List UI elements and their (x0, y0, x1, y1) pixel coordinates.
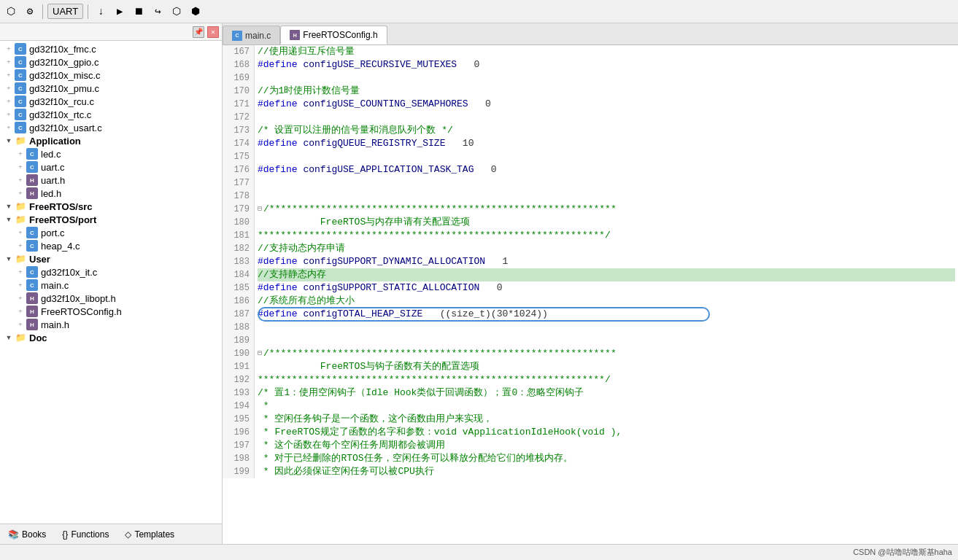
toolbar-icon-step[interactable]: ↪ (150, 4, 166, 20)
toolbar-icon-settings[interactable]: ⚙ (22, 4, 38, 20)
toolbar-icon-download[interactable]: ↓ (93, 4, 109, 20)
collapse-icon[interactable]: ⊟ (258, 347, 262, 360)
tab-books[interactable]: 📚 Books (3, 527, 51, 542)
file-icon: C (26, 227, 38, 238)
code-line-181: ****************************************… (258, 229, 955, 242)
line-num-171: 171 (227, 98, 250, 111)
code-line-190: ⊟/**************************************… (258, 347, 955, 360)
line-num-190: 190 (227, 347, 250, 360)
code-text: #define configSUPPORT_DYNAMIC_ALLOCATION… (258, 255, 508, 268)
expand-icon: + (15, 187, 26, 199)
tree-item-gd32f10x_usart-c[interactable]: +Cgd32f10x_usart.c (0, 121, 222, 134)
code-text: //系统所有总的堆大小 (258, 295, 355, 308)
file-label: Doc (29, 332, 47, 343)
toolbar-icon-debug[interactable]: ⬡ (169, 4, 185, 20)
panel-close-button[interactable]: ✕ (207, 26, 219, 38)
code-text: /***************************************… (263, 203, 617, 216)
line-num-197: 197 (227, 439, 250, 452)
tree-item-FreeRTOSConfig-h[interactable]: +HFreeRTOSConfig.h (0, 305, 222, 318)
tab-freertos-config-icon: H (290, 30, 300, 40)
tree-item-gd32f10x_pmu-c[interactable]: +Cgd32f10x_pmu.c (0, 82, 222, 95)
code-text: //使用递归互斥信号量 (258, 45, 355, 58)
file-icon: H (26, 187, 38, 199)
code-line-198: * 对于已经删除的RTOS任务，空闲任务可以释放分配给它们的堆栈内存。 (258, 452, 955, 465)
expand-icon: ▼ (3, 201, 15, 212)
file-label: led.c (41, 149, 61, 160)
code-line-177 (258, 176, 955, 190)
tab-freertos-config-label: FreeRTOSConfig.h (303, 30, 377, 40)
code-line-183: #define configSUPPORT_DYNAMIC_ALLOCATION… (258, 255, 955, 268)
line-num-168: 168 (227, 58, 250, 71)
file-icon: H (26, 306, 38, 317)
tree-item-main-h[interactable]: +Hmain.h (0, 318, 222, 331)
code-text: * 因此必须保证空闲任务可以被CPU执行 (258, 465, 434, 478)
code-line-187: #define configTOTAL_HEAP_SIZE ((size_t)(… (258, 308, 955, 321)
line-num-198: 198 (227, 452, 250, 465)
code-text: * 对于已经删除的RTOS任务，空闲任务可以释放分配给它们的堆栈内存。 (258, 452, 573, 465)
expand-icon: + (15, 227, 26, 238)
toolbar-icon-run[interactable]: ▶ (112, 4, 128, 20)
tree-item-uart-h[interactable]: +Huart.h (0, 174, 222, 187)
line-num-194: 194 (227, 400, 250, 413)
code-line-173: /* 设置可以注册的信号量和消息队列个数 */ (258, 124, 955, 137)
toolbar-icon-stop[interactable]: ⏹ (131, 4, 147, 20)
file-icon: H (26, 319, 38, 330)
tree-item-uart-c[interactable]: +Cuart.c (0, 160, 222, 174)
tree-item-gd32f10x_it-c[interactable]: +Cgd32f10x_it.c (0, 265, 222, 279)
macro-value: 0 (468, 98, 491, 109)
code-line-174: #define configQUEUE_REGISTRY_SIZE 10 (258, 137, 955, 150)
code-text: #define configQUEUE_REGISTRY_SIZE 10 (258, 137, 474, 150)
macro-name: configSUPPORT_STATIC_ALLOCATION (303, 282, 479, 293)
tree-item-heap_4-c[interactable]: +Cheap_4.c (0, 239, 222, 252)
expand-icon: + (3, 69, 15, 81)
tree-item-port-c[interactable]: +Cport.c (0, 226, 222, 239)
tree-item-main-c[interactable]: +Cmain.c (0, 279, 222, 292)
toolbar-icon-build[interactable]: ⬡ (3, 4, 19, 20)
tree-item-FreeRTOS/src[interactable]: ▼📁FreeRTOS/src (0, 200, 222, 213)
expand-icon: ▼ (3, 214, 15, 225)
file-icon: H (26, 174, 38, 186)
tree-item-led-h[interactable]: +Hled.h (0, 187, 222, 200)
code-line-191: FreeRTOS与钩子函数有关的配置选项 (258, 360, 955, 373)
left-panel-header: 📌 ✕ (0, 23, 222, 41)
tree-item-gd32f10x_gpio-c[interactable]: +Cgd32f10x_gpio.c (0, 55, 222, 69)
code-scroll[interactable]: 1671681691701711721731741751761771781791… (223, 45, 958, 544)
toolbar-icon-flash[interactable]: ⬢ (188, 4, 204, 20)
books-icon: 📚 (8, 529, 19, 540)
macro-value: 0 (479, 282, 502, 293)
collapse-icon[interactable]: ⊟ (258, 203, 262, 216)
expand-icon: ▼ (3, 332, 15, 343)
line-num-178: 178 (227, 190, 250, 203)
tree-item-gd32f10x_misc-c[interactable]: +Cgd32f10x_misc.c (0, 69, 222, 82)
code-line-199: * 因此必须保证空闲任务可以被CPU执行 (258, 465, 955, 478)
tab-freertos-config[interactable]: H FreeRTOSConfig.h (280, 26, 387, 44)
panel-pin-button[interactable]: 📌 (193, 26, 204, 38)
tree-item-Doc[interactable]: ▼📁Doc (0, 331, 222, 344)
file-icon: C (26, 148, 38, 160)
code-text: ****************************************… (258, 373, 611, 386)
code-line-167: //使用递归互斥信号量 (258, 45, 955, 58)
file-icon: C (26, 240, 38, 252)
tree-item-gd32f10x_rcu-c[interactable]: +Cgd32f10x_rcu.c (0, 95, 222, 108)
tree-item-FreeRTOS/port[interactable]: ▼📁FreeRTOS/port (0, 213, 222, 226)
toolbar-project-label: UART (47, 4, 83, 19)
line-num-185: 185 (227, 281, 250, 295)
tree-item-led-c[interactable]: +Cled.c (0, 147, 222, 160)
line-num-179: 179 (227, 203, 250, 216)
line-num-173: 173 (227, 124, 250, 137)
file-icon: C (26, 266, 38, 278)
expand-icon: + (3, 109, 15, 120)
tab-main-c[interactable]: C main.c (223, 26, 280, 44)
functions-icon: {} (62, 529, 68, 540)
tree-item-gd32f10x_libopt-h[interactable]: +Hgd32f10x_libopt.h (0, 292, 222, 305)
tree-item-User[interactable]: ▼📁User (0, 252, 222, 265)
code-text: * 这个函数在每个空闲任务周期都会被调用 (258, 439, 445, 452)
code-line-189 (258, 334, 955, 347)
tree-item-Application[interactable]: ▼📁Application (0, 134, 222, 147)
tree-item-gd32f10x_fmc-c[interactable]: +Cgd32f10x_fmc.c (0, 42, 222, 55)
tab-templates[interactable]: ◇ Templates (120, 527, 179, 542)
tab-functions[interactable]: {} Functions (57, 527, 114, 542)
tree-item-gd32f10x_rtc-c[interactable]: +Cgd32f10x_rtc.c (0, 108, 222, 121)
file-label: gd32f10x_rtc.c (29, 109, 91, 120)
file-label: uart.h (41, 175, 65, 186)
